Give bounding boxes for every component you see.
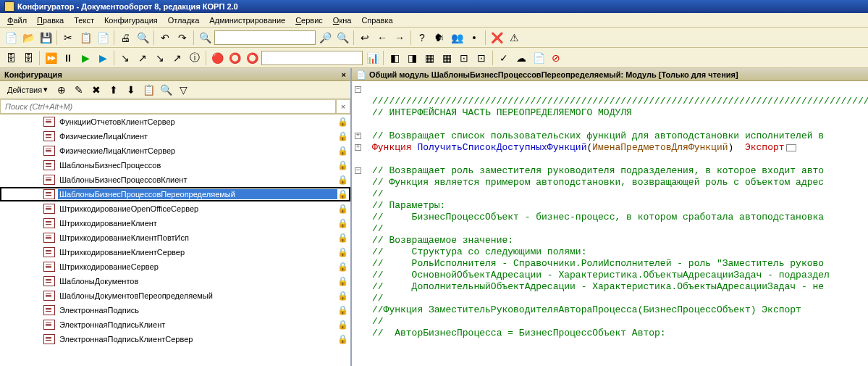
tree-item[interactable]: ЭлектроннаяПодпись🔒 [0, 303, 350, 317]
collapsed-region-marker[interactable] [786, 144, 796, 151]
fold-collapse-icon[interactable]: − [355, 167, 361, 174]
actions-menu-button[interactable]: Действия ▾ [3, 83, 52, 96]
paste-button[interactable]: 📄 [95, 30, 111, 46]
step-next-button[interactable]: ↗ [169, 50, 185, 66]
calc-button[interactable]: 📊 [364, 50, 380, 66]
save-button[interactable]: 💾 [38, 30, 54, 46]
layout1-button[interactable]: ◧ [387, 50, 403, 66]
find-button[interactable]: 🔍 [197, 30, 213, 46]
config-search-clear[interactable]: × [336, 99, 350, 114]
tree-item[interactable]: ФизическиеЛицаКлиентСервер🔒 [0, 144, 350, 158]
breakpoint-toggle-button[interactable]: 🔴 [209, 50, 225, 66]
menu-file[interactable]: Файл [3, 14, 31, 26]
info-button[interactable]: ⓘ [187, 50, 203, 66]
run-button[interactable]: ▶ [77, 50, 93, 66]
tree-item[interactable]: ШаблоныДокументов🔒 [0, 274, 350, 288]
code-line: // ИНТЕРФЕЙСНАЯ ЧАСТЬ ПЕРЕОПРЕДЕЛЯЕМОГО … [352, 107, 868, 119]
move-down-button[interactable]: ⬇ [123, 82, 139, 98]
menu-admin[interactable]: Администрирование [205, 14, 290, 26]
breakpoint-all-button[interactable]: ⭕ [244, 50, 260, 66]
goto-button[interactable]: ↩ [357, 30, 373, 46]
run-client-button[interactable]: ▶ [95, 50, 111, 66]
help-button[interactable]: ? [414, 30, 430, 46]
fold-collapse-icon[interactable]: − [355, 86, 361, 93]
debug-combo[interactable] [261, 51, 363, 65]
zoom-out-button[interactable]: 🔍 [334, 30, 350, 46]
move-up-button[interactable]: ⬆ [106, 82, 122, 98]
forward-button[interactable]: → [392, 30, 408, 46]
filter-button[interactable]: ▽ [175, 82, 191, 98]
db-save-button[interactable]: 🗄 [20, 50, 36, 66]
menu-service[interactable]: Сервис [291, 14, 327, 26]
delete-item-button[interactable]: ✖ [88, 82, 104, 98]
tree-item[interactable]: ШтрихкодированиеOpenOfficeСервер🔒 [0, 201, 350, 216]
zoom-in-button[interactable]: 🔎 [317, 30, 333, 46]
redo-button[interactable]: ↷ [174, 30, 190, 46]
menu-text[interactable]: Текст [69, 14, 98, 26]
break-button[interactable]: ❌ [489, 30, 505, 46]
dbcmp-button[interactable]: • [466, 30, 482, 46]
find-combo[interactable] [214, 30, 316, 45]
tree-item[interactable]: ФизическиеЛицаКлиент🔒 [0, 129, 350, 144]
add-item-button[interactable]: ⊕ [54, 82, 69, 98]
db-open-button[interactable]: 🗄 [3, 50, 19, 66]
step-over-button[interactable]: ↗ [135, 50, 151, 66]
layout2-button[interactable]: ◨ [404, 50, 420, 66]
layout5-button[interactable]: ⊡ [456, 50, 472, 66]
tree-item-label: ШаблоныБизнесПроцессовКлиент [58, 175, 337, 185]
module-icon [43, 305, 55, 315]
new-button[interactable]: 📄 [3, 30, 19, 46]
tree-item[interactable]: ШаблоныДокументовПереопределяемый🔒 [0, 288, 350, 303]
warn-button[interactable]: ⚠ [506, 30, 522, 46]
module-icon [43, 189, 55, 199]
menu-help[interactable]: Справка [357, 14, 397, 26]
tree-item[interactable]: ЭлектроннаяПодписьКлиентСервер🔒 [0, 332, 350, 346]
tree-item[interactable]: ФункцииОтчетовКлиентСервер🔒 [0, 115, 350, 129]
fold-expand-icon[interactable]: + [355, 133, 361, 139]
sort-button[interactable]: 📋 [140, 82, 156, 98]
dbedit-button[interactable]: 👥 [449, 30, 465, 46]
edit-item-button[interactable]: ✎ [71, 82, 87, 98]
breakpoint-disable-button[interactable]: ⭕ [227, 50, 243, 66]
config-search-input[interactable] [0, 99, 336, 114]
tree-item[interactable]: ШтрихкодированиеКлиентСервер🔒 [0, 245, 350, 259]
step-out-button[interactable]: ↘ [152, 50, 168, 66]
undo-button[interactable]: ↶ [157, 30, 173, 46]
menubar: Файл Правка Текст Конфигурация Отладка А… [0, 13, 868, 28]
layout6-button[interactable]: ⊡ [473, 50, 489, 66]
menu-edit[interactable]: Правка [33, 14, 68, 26]
find-item-button[interactable]: 🔍 [158, 82, 174, 98]
tree-item[interactable]: ШаблоныБизнесПроцессов🔒 [0, 158, 350, 172]
layout3-button[interactable]: ▦ [421, 50, 437, 66]
dbadd-button[interactable]: 🗣 [431, 30, 447, 46]
config-panel-close[interactable]: × [342, 68, 346, 80]
tree-item-label: ШаблоныДокументов [58, 276, 337, 286]
open-button[interactable]: 📂 [20, 30, 36, 46]
tree-item[interactable]: ШтрихкодированиеКлиент🔒 [0, 216, 350, 230]
stop-button[interactable]: ⊘ [548, 50, 564, 66]
tree-item[interactable]: ШаблоныБизнесПроцессовКлиент🔒 [0, 172, 350, 187]
code-line: ////////////////////////////////////////… [352, 96, 868, 107]
db-pause-button[interactable]: ⏸ [60, 50, 76, 66]
tree-item[interactable]: ЭлектроннаяПодписьКлиент🔒 [0, 317, 350, 332]
menu-debug[interactable]: Отладка [164, 14, 203, 26]
db-continue-button[interactable]: ⏩ [43, 50, 59, 66]
code-editor[interactable]: −///////////////////////////////////////… [352, 81, 868, 366]
menu-windows[interactable]: Окна [329, 14, 356, 26]
layout4-button[interactable]: ▦ [439, 50, 455, 66]
cloud-button[interactable]: ☁ [513, 50, 529, 66]
tree-item[interactable]: ШтрихкодированиеСервер🔒 [0, 259, 350, 274]
back-button[interactable]: ← [374, 30, 390, 46]
tree-item[interactable]: ШаблоныБизнесПроцессовПереопределяемый🔒 [0, 187, 350, 201]
fold-expand-icon[interactable]: + [355, 144, 361, 151]
cut-button[interactable]: ✂ [60, 30, 76, 46]
copy-button[interactable]: 📋 [77, 30, 93, 46]
menu-config[interactable]: Конфигурация [100, 14, 162, 26]
preview-button[interactable]: 🔍 [135, 30, 151, 46]
config-tree[interactable]: ФункцииОтчетовКлиентСервер🔒ФизическиеЛиц… [0, 115, 350, 366]
print-button[interactable]: 🖨 [117, 30, 133, 46]
doc-button[interactable]: 📄 [531, 50, 547, 66]
step-into-button[interactable]: ↘ [117, 50, 133, 66]
check-button[interactable]: ✓ [496, 50, 512, 66]
tree-item[interactable]: ШтрихкодированиеКлиентПовтИсп🔒 [0, 230, 350, 245]
